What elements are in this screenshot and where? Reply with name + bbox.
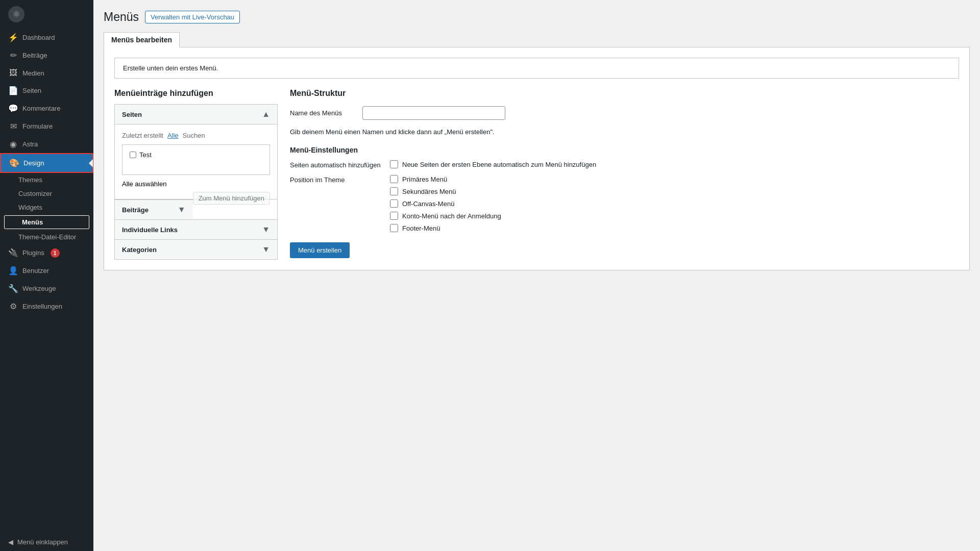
- sekundaer-checkbox[interactable]: [390, 187, 398, 195]
- footer-label: Footer-Menü: [402, 224, 440, 232]
- menu-name-input[interactable]: [362, 106, 505, 120]
- filter-tab-alle[interactable]: Alle: [167, 132, 179, 139]
- sidebar-item-menus[interactable]: Menüs: [4, 215, 89, 229]
- sidebar-item-seiten[interactable]: 📄 Seiten: [0, 82, 93, 99]
- sidebar-item-label: Benutzer: [22, 267, 49, 274]
- collapse-label: Menü einklappen: [17, 538, 68, 546]
- menu-name-row: Name des Menüs: [290, 106, 959, 120]
- info-notice: Erstelle unten dein erstes Menü.: [114, 58, 959, 79]
- seiten-icon: 📄: [8, 86, 18, 95]
- design-icon: 🎨: [9, 158, 19, 168]
- sidebar-item-dashboard[interactable]: ⚡ Dashboard: [0, 29, 93, 46]
- wp-logo-icon: ⚛: [8, 6, 24, 22]
- two-column-layout: Menüeinträge hinzufügen Seiten ▲ Zuletzt…: [114, 89, 959, 260]
- left-panel: Menüeinträge hinzufügen Seiten ▲ Zuletzt…: [114, 89, 278, 260]
- content-area: Erstelle unten dein erstes Menü. Menüein…: [104, 47, 970, 270]
- live-preview-button[interactable]: Verwalten mit Live-Vorschau: [145, 11, 240, 23]
- accordion-beitraege-chevron: ▼: [178, 205, 186, 214]
- position-konto: Konto-Menü nach der Anmeldung: [390, 212, 959, 220]
- plugins-icon: 🔌: [8, 248, 18, 258]
- sidebar-item-customizer[interactable]: Customizer: [0, 187, 93, 201]
- accordion-seiten: Seiten ▲ Zuletzt erstellt Alle Suchen: [114, 104, 278, 260]
- beitraege-icon: ✏: [8, 51, 18, 60]
- sidebar-item-theme-file-editor[interactable]: Theme-Datei-Editor: [0, 230, 93, 244]
- sidebar-item-label: Medien: [22, 69, 44, 77]
- create-menu-button[interactable]: Menü erstellen: [290, 242, 350, 258]
- sidebar-item-label: Kommentare: [22, 105, 60, 112]
- filter-tab-suchen[interactable]: Suchen: [183, 132, 205, 139]
- werkzeuge-icon: 🔧: [8, 284, 18, 293]
- position-sekundaer: Sekundäres Menü: [390, 187, 959, 195]
- astra-icon: ◉: [8, 139, 18, 149]
- notice-text: Erstelle unten dein erstes Menü.: [123, 64, 218, 72]
- footer-checkbox[interactable]: [390, 224, 398, 232]
- sidebar-item-label: Plugins: [22, 249, 44, 257]
- off-canvas-label: Off-Canvas-Menü: [402, 200, 454, 208]
- sidebar-item-kommentare[interactable]: 💬 Kommentare: [0, 99, 93, 117]
- position-checkboxes: Primäres Menü Sekundäres Menü Off-Canvas…: [390, 175, 959, 232]
- accordion-seiten-chevron: ▲: [262, 110, 270, 119]
- position-primaer: Primäres Menü: [390, 175, 959, 183]
- filter-tab-zuletzt[interactable]: Zuletzt erstellt: [122, 132, 163, 139]
- sidebar-item-benutzer[interactable]: 👤 Benutzer: [0, 262, 93, 280]
- page-title: Menüs: [104, 10, 139, 24]
- tab-menus-bearbeiten[interactable]: Menüs bearbeiten: [104, 32, 180, 47]
- sekundaer-label: Sekundäres Menü: [402, 188, 456, 195]
- position-off-canvas: Off-Canvas-Menü: [390, 199, 959, 208]
- sidebar-item-beitraege[interactable]: ✏ Beiträge: [0, 46, 93, 64]
- menu-structure-title: Menü-Struktur: [290, 89, 959, 98]
- accordion-kategorien-header[interactable]: Kategorien ▼: [115, 239, 277, 259]
- primaer-label: Primäres Menü: [402, 176, 447, 183]
- accordion-beitraege-header[interactable]: Beiträge ▼: [115, 199, 193, 219]
- dashboard-icon: ⚡: [8, 33, 18, 42]
- menu-name-label: Name des Menüs: [290, 109, 356, 117]
- design-submenu: Themes Customizer Widgets Menüs Theme-Da…: [0, 173, 93, 244]
- tabs-bar: Menüs bearbeiten: [104, 32, 970, 47]
- sidebar-item-formulare[interactable]: ✉ Formulare: [0, 117, 93, 135]
- filter-tabs: Zuletzt erstellt Alle Suchen: [122, 132, 270, 139]
- position-label: Position im Theme: [290, 175, 382, 184]
- kommentare-icon: 💬: [8, 104, 18, 113]
- position-footer: Footer-Menü: [390, 224, 959, 232]
- page-checkbox-test[interactable]: [130, 152, 136, 158]
- sidebar-item-einstellungen[interactable]: ⚙ Einstellungen: [0, 297, 93, 315]
- main-content: Menüs Verwalten mit Live-Vorschau Menüs …: [93, 0, 980, 551]
- accordion-seiten-label: Seiten: [122, 111, 142, 118]
- hint-text: Gib deinem Menü einen Namen und klicke d…: [290, 128, 959, 136]
- primaer-checkbox[interactable]: [390, 175, 398, 183]
- sidebar-item-design[interactable]: 🎨 Design: [0, 153, 93, 173]
- collapse-icon: ◀: [8, 538, 13, 546]
- sidebar-logo: ⚛: [0, 0, 93, 29]
- sidebar-item-medien[interactable]: 🖼 Medien: [0, 64, 93, 82]
- left-panel-title: Menüeinträge hinzufügen: [114, 89, 278, 98]
- sidebar-item-label: Werkzeuge: [22, 285, 56, 292]
- plugins-badge: 1: [51, 248, 60, 258]
- konto-checkbox[interactable]: [390, 212, 398, 220]
- accordion-links-header[interactable]: Individuelle Links ▼: [115, 219, 277, 239]
- sidebar-item-astra[interactable]: ◉ Astra: [0, 135, 93, 153]
- add-to-menu-button[interactable]: Zum Menü hinzufügen: [193, 192, 270, 205]
- sidebar-item-widgets[interactable]: Widgets: [0, 201, 93, 214]
- sidebar-item-label: Seiten: [22, 87, 41, 94]
- sidebar-item-themes[interactable]: Themes: [0, 173, 93, 187]
- right-panel: Menü-Struktur Name des Menüs Gib deinem …: [290, 89, 959, 258]
- sidebar-item-plugins[interactable]: 🔌 Plugins 1: [0, 244, 93, 262]
- auto-add-checkbox[interactable]: [390, 160, 398, 168]
- accordion-links-label: Individuelle Links: [122, 226, 178, 234]
- select-all-label: Alle auswählen: [122, 180, 166, 188]
- collapse-menu-button[interactable]: ◀ Menü einklappen: [0, 533, 93, 551]
- sidebar-item-werkzeuge[interactable]: 🔧 Werkzeuge: [0, 280, 93, 297]
- off-canvas-checkbox[interactable]: [390, 199, 398, 208]
- konto-label: Konto-Menü nach der Anmeldung: [402, 212, 501, 220]
- sidebar-item-label: Astra: [22, 140, 38, 148]
- sidebar-item-label: Beiträge: [22, 52, 47, 59]
- einstellungen-icon: ⚙: [8, 302, 18, 311]
- sidebar: ⚛ ⚡ Dashboard ✏ Beiträge 🖼 Medien 📄 Seit…: [0, 0, 93, 551]
- sidebar-item-label: Dashboard: [22, 34, 55, 41]
- benutzer-icon: 👤: [8, 266, 18, 276]
- accordion-beitraege-label: Beiträge: [122, 206, 149, 214]
- pages-list: Test: [122, 144, 270, 175]
- accordion-seiten-header[interactable]: Seiten ▲: [115, 105, 277, 124]
- settings-grid: Seiten automatisch hinzufügen Neue Seite…: [290, 160, 959, 232]
- page-name-test: Test: [139, 151, 152, 159]
